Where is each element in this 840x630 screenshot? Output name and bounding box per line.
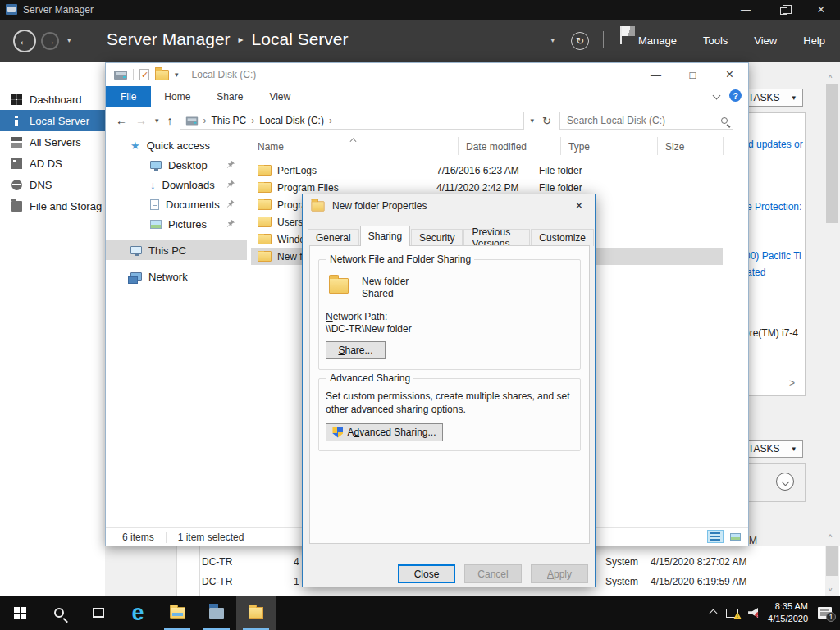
column-divider[interactable] (723, 137, 724, 155)
crumb-chevron-icon[interactable]: › (203, 115, 207, 126)
sidebar-downloads[interactable]: ↓ Downloads (106, 175, 247, 194)
task-view-button[interactable] (79, 596, 118, 630)
forward-button[interactable]: → (41, 32, 59, 50)
address-dropdown-icon[interactable]: ▾ (531, 116, 535, 125)
crumb-chevron-icon[interactable]: › (251, 115, 254, 126)
file-row[interactable]: PerfLogs 7/16/2016 6:23 AM File folder (251, 162, 723, 179)
sidebar-item-local-server[interactable]: Local Server (0, 110, 105, 131)
thumbnails-view-button[interactable] (727, 530, 743, 543)
sidebar-documents[interactable]: Documents (106, 194, 247, 214)
back-button[interactable]: ← (13, 30, 36, 52)
tasks-button-properties[interactable]: TASKS ▾ (741, 89, 803, 107)
scrollbar-thumb[interactable] (826, 84, 838, 223)
column-name[interactable]: Name (258, 141, 284, 153)
sidebar-item-ad-ds[interactable]: AD DS (0, 153, 105, 174)
column-divider[interactable] (458, 137, 459, 155)
sidebar-quick-access[interactable]: ★ Quick access (106, 135, 247, 155)
search-icon[interactable] (721, 117, 728, 124)
folder-window-button[interactable] (236, 596, 276, 630)
header-caret-icon[interactable]: ▾ (550, 36, 555, 44)
breadcrumb-root[interactable]: Server Manager (107, 30, 231, 48)
tab-security[interactable]: Security (411, 229, 463, 246)
refresh-icon[interactable]: ↻ (542, 115, 551, 127)
crumb-chevron-icon[interactable]: › (329, 115, 332, 126)
sort-ascending-icon[interactable] (350, 139, 357, 145)
tab-general[interactable]: General (308, 229, 359, 246)
properties-link-protection[interactable]: e Protection: (746, 201, 801, 212)
file-explorer-button[interactable] (158, 596, 197, 630)
explorer-minimize-button[interactable]: — (637, 63, 674, 86)
crumb-this-pc[interactable]: This PC (212, 115, 247, 126)
tab-share[interactable]: Share (203, 86, 256, 107)
properties-next-chevron[interactable]: > (789, 377, 795, 389)
tab-previous-versions[interactable]: Previous Versions (463, 229, 530, 246)
sidebar-item-file-storage[interactable]: File and Storag (0, 195, 105, 217)
scrollbar[interactable]: ^ ^ ^ (825, 69, 839, 596)
column-divider[interactable] (560, 137, 561, 155)
clock[interactable]: 8:35 AM 4/15/2020 (768, 600, 808, 625)
scrollbar-thumb[interactable] (826, 546, 838, 576)
menu-manage[interactable]: Manage (638, 34, 677, 47)
close-button[interactable]: × (802, 0, 840, 20)
apply-button[interactable]: Apply (531, 564, 588, 583)
explorer-close-button[interactable]: × (711, 63, 748, 86)
tray-expand-icon[interactable] (710, 609, 718, 617)
network-status-icon[interactable] (726, 609, 738, 618)
nav-history-caret-icon[interactable]: ▾ (155, 116, 159, 125)
restore-button[interactable] (765, 0, 802, 20)
edge-button[interactable]: e (118, 596, 158, 630)
volume-muted-icon[interactable]: × (748, 608, 758, 618)
menu-view[interactable]: View (754, 34, 777, 47)
server-manager-button[interactable] (197, 596, 236, 630)
help-icon[interactable]: ? (729, 89, 742, 102)
details-view-button[interactable] (707, 530, 724, 543)
nav-back-icon[interactable]: ← (116, 114, 127, 127)
dialog-close-button[interactable]: × (565, 196, 593, 216)
sidebar-network[interactable]: Network (106, 267, 247, 286)
start-button[interactable] (0, 596, 39, 630)
scroll-down-icon[interactable]: ^ (829, 584, 832, 592)
sidebar-item-all-servers[interactable]: All Servers (0, 131, 105, 153)
column-type[interactable]: Type (568, 141, 590, 153)
properties-qat-icon[interactable] (139, 69, 149, 80)
sidebar-this-pc[interactable]: This PC (106, 240, 247, 260)
column-divider[interactable] (657, 137, 658, 155)
tab-customize[interactable]: Customize (531, 229, 594, 246)
nav-forward-icon[interactable]: → (135, 114, 147, 127)
properties-link-timezone[interactable]: 00) Pacific Ti (745, 250, 801, 262)
column-size[interactable]: Size (665, 141, 684, 153)
minimize-button[interactable]: — (727, 0, 765, 20)
advanced-sharing-button[interactable]: Advanced Sharing... (326, 423, 443, 441)
properties-link-activated[interactable]: ated (746, 267, 765, 278)
tasks-button-events[interactable]: TASKS ▾ (741, 440, 803, 458)
new-folder-qat-icon[interactable] (155, 70, 169, 80)
qat-caret-icon[interactable]: ▾ (175, 71, 179, 79)
address-breadcrumb[interactable]: › This PC › Local Disk (C:) › (180, 112, 524, 130)
share-button[interactable]: Share... (326, 341, 386, 359)
search-box[interactable] (559, 112, 733, 130)
cancel-button[interactable]: Cancel (464, 564, 522, 583)
properties-link-updates[interactable]: d updates or (748, 139, 803, 150)
collapse-button[interactable] (776, 472, 794, 491)
scroll-up-icon[interactable]: ^ (829, 533, 832, 541)
sidebar-item-dns[interactable]: DNS (0, 174, 105, 195)
nav-up-icon[interactable]: ↑ (167, 114, 173, 127)
tab-file[interactable]: File (106, 86, 151, 107)
menu-help[interactable]: Help (803, 34, 825, 47)
sidebar-desktop[interactable]: Desktop (106, 155, 247, 175)
menu-tools[interactable]: Tools (703, 34, 728, 47)
taskbar-search-button[interactable] (39, 596, 79, 630)
refresh-button[interactable]: ↻ (571, 32, 589, 50)
action-center-icon[interactable]: 1 (818, 607, 832, 619)
sidebar-item-dashboard[interactable]: Dashboard (0, 89, 105, 110)
sidebar-pictures[interactable]: Pictures (106, 214, 247, 234)
nav-dropdown-icon[interactable]: ▾ (67, 36, 71, 44)
tab-home[interactable]: Home (151, 86, 203, 107)
crumb-local-disk[interactable]: Local Disk (C:) (259, 115, 324, 126)
search-input[interactable] (565, 114, 721, 127)
ribbon-collapse-icon[interactable] (713, 92, 721, 100)
column-date-modified[interactable]: Date modified (466, 141, 527, 153)
close-button[interactable]: Close (398, 564, 455, 583)
tab-sharing[interactable]: Sharing (360, 226, 410, 246)
scroll-up-icon[interactable]: ^ (829, 74, 832, 82)
